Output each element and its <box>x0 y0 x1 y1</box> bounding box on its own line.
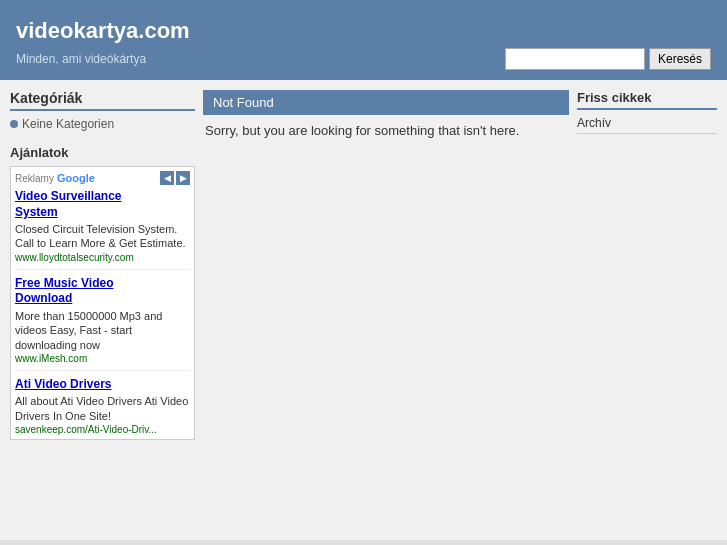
not-found-message: Sorry, but you are looking for something… <box>203 123 569 138</box>
friss-cikkek-title: Friss cikkek <box>577 90 717 110</box>
search-button[interactable]: Keresés <box>649 48 711 70</box>
kategoriak-title: Kategóriák <box>10 90 195 111</box>
ad-2-title-line1: Free Music Video <box>15 276 113 290</box>
archiv-title: Archív <box>577 116 717 134</box>
ad-2-desc: More than 15000000 Mp3 and videos Easy, … <box>15 309 190 352</box>
site-title: videokartya.com <box>16 10 711 48</box>
ad-top-bar: Reklamy Google ◀ ▶ <box>15 171 190 185</box>
search-input[interactable] <box>505 48 645 70</box>
right-sidebar: Friss cikkek Archív <box>577 90 717 530</box>
ad-next-button[interactable]: ▶ <box>176 171 190 185</box>
ad-3-url: savenkeep.com/Ati-Video-Driv... <box>15 424 190 435</box>
header: videokartya.com Minden, ami videókártya … <box>0 0 727 80</box>
ad-3-title-line1: Ati Video Drivers <box>15 377 111 391</box>
ad-2-url: www.iMesh.com <box>15 353 190 364</box>
reklamy-label: Reklamy Google <box>15 172 95 184</box>
ad-1-title-line1: Video Surveillance <box>15 189 122 203</box>
ad-prev-button[interactable]: ◀ <box>160 171 174 185</box>
no-categories-label: Keine Kategorien <box>22 117 114 131</box>
ad-3-link[interactable]: Ati Video Drivers <box>15 377 190 393</box>
ad-1-desc: Closed Circuit Television System. Call t… <box>15 222 190 251</box>
ajanlatok-title: Ajánlatok <box>10 145 195 160</box>
header-bottom: Minden, ami videókártya Keresés <box>16 48 711 80</box>
ad-item-2: Free Music Video Download More than 1500… <box>15 276 190 371</box>
bullet-icon <box>10 120 18 128</box>
ad-3-desc: All about Ati Video Drivers Ati Video Dr… <box>15 394 190 423</box>
ad-2-title-line2: Download <box>15 291 72 305</box>
ad-nav: ◀ ▶ <box>160 171 190 185</box>
tagline: Minden, ami videókártya <box>16 52 146 66</box>
search-area: Keresés <box>505 48 711 70</box>
ad-1-link[interactable]: Video Surveillance System <box>15 189 190 220</box>
ad-item-3: Ati Video Drivers All about Ati Video Dr… <box>15 377 190 435</box>
no-categories-item: Keine Kategorien <box>10 117 195 131</box>
ad-1-title-line2: System <box>15 205 58 219</box>
sidebar: Kategóriák Keine Kategorien Ajánlatok Re… <box>10 90 195 530</box>
not-found-bar: Not Found <box>203 90 569 115</box>
ad-block: Reklamy Google ◀ ▶ Video Surveillance Sy… <box>10 166 195 440</box>
ad-item-1: Video Surveillance System Closed Circuit… <box>15 189 190 270</box>
ad-2-link[interactable]: Free Music Video Download <box>15 276 190 307</box>
google-logo: Google <box>57 172 95 184</box>
main-layout: Kategóriák Keine Kategorien Ajánlatok Re… <box>0 80 727 540</box>
content-area: Not Found Sorry, but you are looking for… <box>203 90 569 530</box>
ad-1-url: www.lloydtotalsecurity.com <box>15 252 190 263</box>
